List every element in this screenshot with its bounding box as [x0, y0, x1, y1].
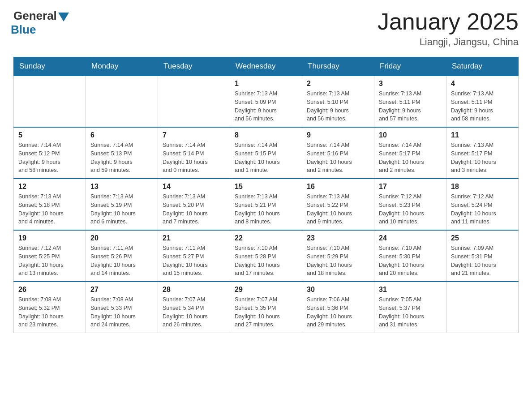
calendar-cell: 6Sunrise: 7:14 AM Sunset: 5:13 PM Daylig… — [86, 127, 158, 179]
day-info: Sunrise: 7:07 AM Sunset: 5:34 PM Dayligh… — [163, 295, 225, 329]
calendar-cell: 4Sunrise: 7:13 AM Sunset: 5:11 PM Daylig… — [446, 76, 519, 127]
day-info: Sunrise: 7:14 AM Sunset: 5:14 PM Dayligh… — [163, 141, 225, 175]
day-info: Sunrise: 7:13 AM Sunset: 5:19 PM Dayligh… — [90, 193, 153, 226]
day-number: 24 — [379, 234, 442, 242]
day-info: Sunrise: 7:08 AM Sunset: 5:32 PM Dayligh… — [18, 295, 81, 329]
day-number: 11 — [451, 131, 514, 139]
day-info: Sunrise: 7:12 AM Sunset: 5:23 PM Dayligh… — [379, 193, 442, 226]
day-number: 28 — [163, 286, 225, 294]
calendar-cell: 11Sunrise: 7:13 AM Sunset: 5:17 PM Dayli… — [446, 127, 519, 179]
calendar-cell: 14Sunrise: 7:13 AM Sunset: 5:20 PM Dayli… — [158, 179, 230, 230]
title-block: January 2025 Liangji, Jiangsu, China — [378, 9, 519, 48]
calendar-week-row: 19Sunrise: 7:12 AM Sunset: 5:25 PM Dayli… — [14, 230, 519, 282]
day-number: 7 — [163, 131, 225, 139]
day-number: 23 — [307, 234, 369, 242]
calendar-cell: 16Sunrise: 7:13 AM Sunset: 5:22 PM Dayli… — [302, 179, 374, 230]
calendar-cell: 30Sunrise: 7:06 AM Sunset: 5:36 PM Dayli… — [302, 282, 374, 333]
day-info: Sunrise: 7:12 AM Sunset: 5:25 PM Dayligh… — [18, 244, 81, 278]
day-number: 20 — [90, 234, 153, 242]
day-number: 17 — [379, 183, 442, 191]
calendar-week-row: 5Sunrise: 7:14 AM Sunset: 5:12 PM Daylig… — [14, 127, 519, 179]
day-info: Sunrise: 7:13 AM Sunset: 5:11 PM Dayligh… — [451, 90, 514, 123]
calendar-cell: 12Sunrise: 7:13 AM Sunset: 5:18 PM Dayli… — [14, 179, 86, 230]
day-number: 15 — [235, 183, 297, 191]
day-info: Sunrise: 7:14 AM Sunset: 5:16 PM Dayligh… — [307, 141, 369, 175]
day-number: 26 — [18, 286, 81, 294]
day-number: 14 — [163, 183, 225, 191]
logo-triangle-icon — [58, 13, 69, 21]
day-info: Sunrise: 7:13 AM Sunset: 5:10 PM Dayligh… — [307, 90, 369, 123]
calendar-week-row: 12Sunrise: 7:13 AM Sunset: 5:18 PM Dayli… — [14, 179, 519, 230]
calendar-cell — [446, 282, 519, 333]
calendar-cell: 1Sunrise: 7:13 AM Sunset: 5:09 PM Daylig… — [230, 76, 302, 127]
calendar-day-header: Wednesday — [230, 57, 302, 76]
calendar-cell: 13Sunrise: 7:13 AM Sunset: 5:19 PM Dayli… — [86, 179, 158, 230]
calendar-cell: 23Sunrise: 7:10 AM Sunset: 5:29 PM Dayli… — [302, 230, 374, 282]
day-info: Sunrise: 7:13 AM Sunset: 5:22 PM Dayligh… — [307, 193, 369, 226]
day-number: 25 — [451, 234, 514, 242]
day-info: Sunrise: 7:13 AM Sunset: 5:17 PM Dayligh… — [451, 141, 514, 175]
calendar-day-header: Friday — [374, 57, 446, 76]
day-info: Sunrise: 7:13 AM Sunset: 5:20 PM Dayligh… — [163, 193, 225, 226]
calendar-cell: 8Sunrise: 7:14 AM Sunset: 5:15 PM Daylig… — [230, 127, 302, 179]
day-number: 22 — [235, 234, 297, 242]
day-number: 2 — [307, 80, 369, 88]
calendar-cell: 2Sunrise: 7:13 AM Sunset: 5:10 PM Daylig… — [302, 76, 374, 127]
calendar-cell: 3Sunrise: 7:13 AM Sunset: 5:11 PM Daylig… — [374, 76, 446, 127]
calendar-week-row: 26Sunrise: 7:08 AM Sunset: 5:32 PM Dayli… — [14, 282, 519, 333]
day-info: Sunrise: 7:13 AM Sunset: 5:18 PM Dayligh… — [18, 193, 81, 226]
calendar-cell: 29Sunrise: 7:07 AM Sunset: 5:35 PM Dayli… — [230, 282, 302, 333]
calendar-cell — [86, 76, 158, 127]
calendar-day-header: Sunday — [14, 57, 86, 76]
day-number: 19 — [18, 234, 81, 242]
calendar-cell: 17Sunrise: 7:12 AM Sunset: 5:23 PM Dayli… — [374, 179, 446, 230]
calendar-cell: 25Sunrise: 7:09 AM Sunset: 5:31 PM Dayli… — [446, 230, 519, 282]
calendar-cell: 22Sunrise: 7:10 AM Sunset: 5:28 PM Dayli… — [230, 230, 302, 282]
logo-blue-text: Blue — [11, 23, 36, 37]
calendar-cell: 10Sunrise: 7:14 AM Sunset: 5:17 PM Dayli… — [374, 127, 446, 179]
calendar-cell: 24Sunrise: 7:10 AM Sunset: 5:30 PM Dayli… — [374, 230, 446, 282]
logo-general-text: General — [13, 9, 57, 23]
day-number: 5 — [18, 131, 81, 139]
day-info: Sunrise: 7:13 AM Sunset: 5:09 PM Dayligh… — [235, 90, 297, 123]
calendar-cell: 9Sunrise: 7:14 AM Sunset: 5:16 PM Daylig… — [302, 127, 374, 179]
day-number: 4 — [451, 80, 514, 88]
day-number: 12 — [18, 183, 81, 191]
day-info: Sunrise: 7:14 AM Sunset: 5:13 PM Dayligh… — [90, 141, 153, 175]
calendar-cell: 31Sunrise: 7:05 AM Sunset: 5:37 PM Dayli… — [374, 282, 446, 333]
calendar-table: SundayMondayTuesdayWednesdayThursdayFrid… — [13, 57, 519, 333]
calendar-cell — [14, 76, 86, 127]
day-number: 9 — [307, 131, 369, 139]
day-info: Sunrise: 7:11 AM Sunset: 5:27 PM Dayligh… — [163, 244, 225, 278]
day-number: 29 — [235, 286, 297, 294]
day-number: 31 — [379, 286, 442, 294]
calendar-cell: 28Sunrise: 7:07 AM Sunset: 5:34 PM Dayli… — [158, 282, 230, 333]
calendar-day-header: Tuesday — [158, 57, 230, 76]
logo: General Blue — [13, 9, 70, 37]
calendar-day-header: Thursday — [302, 57, 374, 76]
day-number: 1 — [235, 80, 297, 88]
day-info: Sunrise: 7:07 AM Sunset: 5:35 PM Dayligh… — [235, 295, 297, 329]
day-info: Sunrise: 7:10 AM Sunset: 5:28 PM Dayligh… — [235, 244, 297, 278]
page-header: General Blue January 2025 Liangji, Jiang… — [13, 9, 519, 48]
calendar-cell — [158, 76, 230, 127]
day-number: 8 — [235, 131, 297, 139]
day-info: Sunrise: 7:12 AM Sunset: 5:24 PM Dayligh… — [451, 193, 514, 226]
day-info: Sunrise: 7:06 AM Sunset: 5:36 PM Dayligh… — [307, 295, 369, 329]
calendar-cell: 19Sunrise: 7:12 AM Sunset: 5:25 PM Dayli… — [14, 230, 86, 282]
day-info: Sunrise: 7:09 AM Sunset: 5:31 PM Dayligh… — [451, 244, 514, 278]
calendar-cell: 20Sunrise: 7:11 AM Sunset: 5:26 PM Dayli… — [86, 230, 158, 282]
day-info: Sunrise: 7:10 AM Sunset: 5:30 PM Dayligh… — [379, 244, 442, 278]
calendar-header-row: SundayMondayTuesdayWednesdayThursdayFrid… — [14, 57, 519, 76]
calendar-cell: 27Sunrise: 7:08 AM Sunset: 5:33 PM Dayli… — [86, 282, 158, 333]
day-number: 27 — [90, 286, 153, 294]
day-info: Sunrise: 7:05 AM Sunset: 5:37 PM Dayligh… — [379, 295, 442, 329]
calendar-cell: 15Sunrise: 7:13 AM Sunset: 5:21 PM Dayli… — [230, 179, 302, 230]
day-number: 30 — [307, 286, 369, 294]
day-info: Sunrise: 7:10 AM Sunset: 5:29 PM Dayligh… — [307, 244, 369, 278]
day-info: Sunrise: 7:11 AM Sunset: 5:26 PM Dayligh… — [90, 244, 153, 278]
calendar-week-row: 1Sunrise: 7:13 AM Sunset: 5:09 PM Daylig… — [14, 76, 519, 127]
calendar-cell: 26Sunrise: 7:08 AM Sunset: 5:32 PM Dayli… — [14, 282, 86, 333]
day-info: Sunrise: 7:14 AM Sunset: 5:17 PM Dayligh… — [379, 141, 442, 175]
day-info: Sunrise: 7:14 AM Sunset: 5:12 PM Dayligh… — [18, 141, 81, 175]
